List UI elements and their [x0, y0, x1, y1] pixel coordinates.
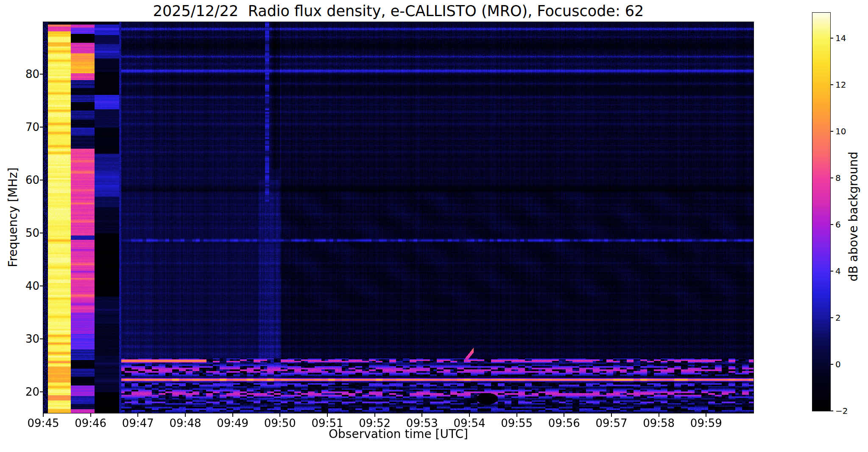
x-tick: [611, 413, 612, 417]
x-tick: [516, 413, 517, 417]
x-tick: [469, 413, 470, 417]
colorbar-tick-label: 6: [835, 219, 841, 230]
colorbar-tick-label: 8: [835, 172, 841, 183]
colorbar-tick-label: 2: [835, 312, 841, 323]
colorbar-tick: [830, 410, 833, 411]
spectrogram-canvas: [43, 22, 754, 413]
plot-frame: [43, 22, 754, 413]
colorbar-tick: [830, 177, 833, 178]
y-tick: [40, 233, 43, 233]
colorbar-tick-label: 4: [835, 266, 841, 277]
colorbar-tick-label: −2: [835, 405, 848, 416]
colorbar-tick-label: 14: [835, 33, 846, 44]
x-tick: [659, 413, 659, 417]
y-tick: [40, 391, 43, 392]
colorbar-tick-label: 0: [835, 359, 841, 370]
x-tick: [90, 413, 91, 417]
chart-title: 2025/12/22 Radio flux density, e-CALLIST…: [43, 3, 754, 19]
x-tick: [327, 413, 328, 417]
y-tick-label: 30: [0, 332, 39, 346]
y-tick-label: 60: [0, 173, 39, 187]
x-tick: [137, 413, 138, 417]
y-tick: [40, 180, 43, 180]
y-tick: [40, 286, 43, 286]
x-tick: [279, 413, 280, 417]
y-tick-label: 40: [0, 279, 39, 293]
x-tick: [232, 413, 233, 417]
y-tick-label: 50: [0, 226, 39, 240]
colorbar-tick-label: 12: [835, 79, 846, 90]
x-tick: [564, 413, 564, 417]
x-tick: [185, 413, 186, 417]
x-tick: [421, 413, 422, 417]
colorbar-frame: [812, 12, 831, 411]
figure-root: 2025/12/22 Radio flux density, e-CALLIST…: [0, 0, 868, 452]
y-tick-label: 80: [0, 67, 39, 81]
colorbar-tick: [830, 84, 833, 85]
y-tick: [40, 74, 43, 75]
y-tick: [40, 338, 43, 339]
colorbar-tick: [830, 271, 833, 272]
colorbar-gradient: [812, 13, 830, 411]
y-tick-label: 70: [0, 120, 39, 134]
colorbar-tick: [830, 38, 833, 39]
x-axis-label: Observation time [UTC]: [43, 427, 754, 441]
colorbar-tick: [830, 224, 833, 225]
colorbar-tick: [830, 131, 833, 132]
x-tick: [706, 413, 706, 417]
x-tick: [43, 413, 44, 417]
x-tick: [374, 413, 375, 417]
colorbar-label: dB above background: [846, 152, 860, 281]
y-tick-label: 20: [0, 385, 39, 399]
colorbar-tick-label: 10: [835, 126, 846, 137]
colorbar-tick: [830, 317, 833, 318]
y-tick: [40, 127, 43, 128]
colorbar-tick: [830, 364, 833, 365]
